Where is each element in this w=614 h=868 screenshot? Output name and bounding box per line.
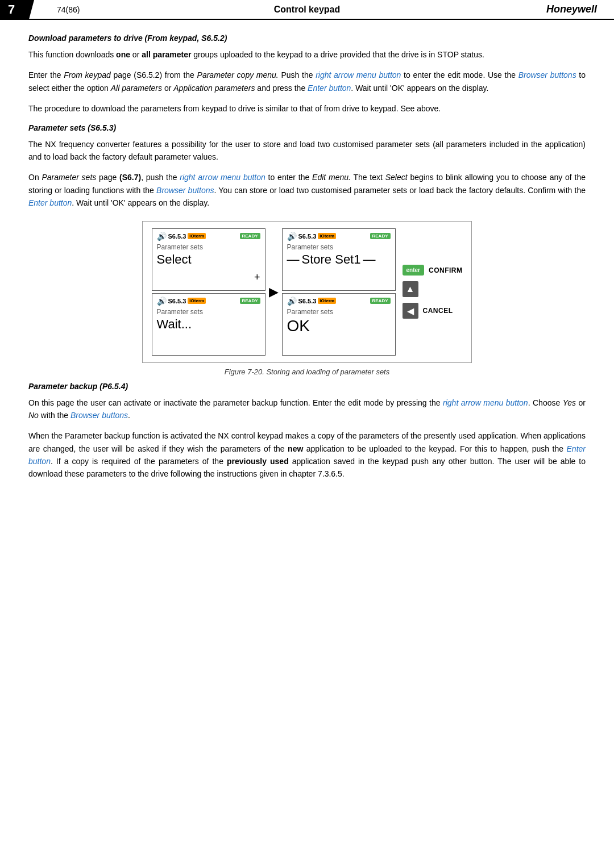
page-header: 7 74(86) Control keypad Honeywell xyxy=(0,0,614,20)
screen-id-row-tr: 🔊 S6.5.3 IOterm xyxy=(287,232,337,241)
cancel-label: CANCEL xyxy=(423,307,453,315)
page-title: Control keypad xyxy=(274,5,340,15)
plus-icon: + xyxy=(254,272,260,283)
link-right-arrow-3: right arrow menu button xyxy=(443,398,528,407)
ready-badge-bl: READY xyxy=(240,298,260,304)
screen-label: Parameter sets xyxy=(157,243,260,251)
ready-badge-tr: READY xyxy=(370,233,391,239)
screen-code-tr: S6.5.3 xyxy=(298,233,317,240)
screen-id-row-br: 🔊 S6.5.3 IOterm xyxy=(287,297,337,306)
enter-button[interactable]: enter xyxy=(403,265,424,276)
screen-id-row: 🔊 S6.5.3 IOterm xyxy=(157,232,206,241)
screen-value-br: OK xyxy=(287,317,391,335)
screen-icon-tr: 🔊 xyxy=(287,232,297,241)
confirm-label: CONFIRM xyxy=(429,266,463,274)
param-sets-heading: Parameter sets (S6.5.3) xyxy=(28,123,586,132)
screen-value-bl: Wait... xyxy=(157,317,260,332)
cancel-row: ◀ CANCEL xyxy=(403,303,453,319)
screen-label-tr: Parameter sets xyxy=(287,243,391,251)
chapter-tab: 7 xyxy=(0,0,34,19)
ioterm-badge-bl: IOterm xyxy=(188,298,206,304)
ioterm-badge-tr: IOterm xyxy=(318,233,336,239)
screen-top-right-header: 🔊 S6.5.3 IOterm READY xyxy=(287,232,391,241)
download-para-1: This function downloads one or all param… xyxy=(28,48,586,61)
link-enter-1: Enter button xyxy=(308,84,351,93)
param-backup-para-2: When the Parameter backup function is ac… xyxy=(28,429,586,481)
screens-left: 🔊 S6.5.3 IOterm READY Parameter sets Sel… xyxy=(152,228,265,356)
screen-top-left: 🔊 S6.5.3 IOterm READY Parameter sets Sel… xyxy=(152,228,265,291)
link-right-arrow-2: right arrow menu button xyxy=(180,173,265,182)
param-sets-para-2: On Parameter sets page (S6.7), push the … xyxy=(28,171,586,209)
link-browser-2: Browser buttons xyxy=(156,186,214,195)
up-arrow-row: ▲ xyxy=(403,281,418,297)
cancel-button[interactable]: ◀ xyxy=(403,303,418,319)
ioterm-badge: IOterm xyxy=(188,233,206,239)
screen-value: Select xyxy=(157,252,192,267)
screen-value-text-tr: Store Set1 xyxy=(302,252,361,267)
confirm-row: enter CONFIRM xyxy=(403,265,463,276)
screen-top-left-header: 🔊 S6.5.3 IOterm READY xyxy=(157,232,260,241)
right-controls: enter CONFIRM ▲ ◀ CANCEL xyxy=(396,228,463,356)
screens-right: 🔊 S6.5.3 IOterm READY Parameter sets — S… xyxy=(282,228,396,356)
link-browser-3: Browser buttons xyxy=(70,411,128,420)
screen-top-right: 🔊 S6.5.3 IOterm READY Parameter sets — S… xyxy=(282,228,396,291)
brand-name: Honeywell xyxy=(546,3,597,15)
param-backup-para-1: On this page the user can activate or in… xyxy=(28,397,586,422)
download-para-2: Enter the From keypad page (S6.5.2) from… xyxy=(28,69,586,94)
screen-label-bl: Parameter sets xyxy=(157,308,260,316)
screen-code-br: S6.5.3 xyxy=(298,298,317,304)
download-para-3: The procedure to download the parameters… xyxy=(28,102,586,115)
screen-bottom-right: 🔊 S6.5.3 IOterm READY Parameter sets OK xyxy=(282,293,396,356)
ioterm-badge-br: IOterm xyxy=(318,298,336,304)
download-heading: Download parameters to drive (From keypa… xyxy=(28,34,586,43)
screen-id-row-bl: 🔊 S6.5.3 IOterm xyxy=(157,297,206,306)
screen-bottom-right-header: 🔊 S6.5.3 IOterm READY xyxy=(287,297,391,306)
link-browser-1: Browser buttons xyxy=(518,70,576,80)
figure-inner: 🔊 S6.5.3 IOterm READY Parameter sets Sel… xyxy=(142,221,472,363)
page-content: Download parameters to drive (From keypa… xyxy=(0,20,614,502)
ready-badge: READY xyxy=(240,233,260,239)
right-arrow-icon: ▶ xyxy=(265,228,282,356)
screen-icon-bl: 🔊 xyxy=(157,297,167,306)
screen-icon: 🔊 xyxy=(157,232,167,241)
figure-caption: Figure 7-20. Storing and loading of para… xyxy=(225,368,390,376)
page-container: 7 74(86) Control keypad Honeywell Downlo… xyxy=(0,0,614,502)
screen-value-tr: — Store Set1 — xyxy=(287,252,391,267)
screen-bottom-left: 🔊 S6.5.3 IOterm READY Parameter sets Wai… xyxy=(152,293,265,356)
screen-code: S6.5.3 xyxy=(168,233,186,240)
screen-icon-br: 🔊 xyxy=(287,297,297,306)
screen-code-bl: S6.5.3 xyxy=(168,298,186,304)
up-arrow-button[interactable]: ▲ xyxy=(403,281,418,297)
param-sets-para-1: The NX frequency converter features a po… xyxy=(28,138,586,164)
ready-badge-br: READY xyxy=(370,298,391,304)
screen-label-br: Parameter sets xyxy=(287,308,391,316)
param-backup-heading: Parameter backup (P6.5.4) xyxy=(28,382,586,391)
link-enter-2: Enter button xyxy=(28,198,72,207)
page-number: 74(86) xyxy=(57,5,80,14)
screen-bottom-left-header: 🔊 S6.5.3 IOterm READY xyxy=(157,297,260,306)
link-enter-3: Enter button xyxy=(28,444,586,466)
figure-container: 🔊 S6.5.3 IOterm READY Parameter sets Sel… xyxy=(28,221,586,376)
link-right-arrow-1: right arrow menu button xyxy=(316,70,401,80)
